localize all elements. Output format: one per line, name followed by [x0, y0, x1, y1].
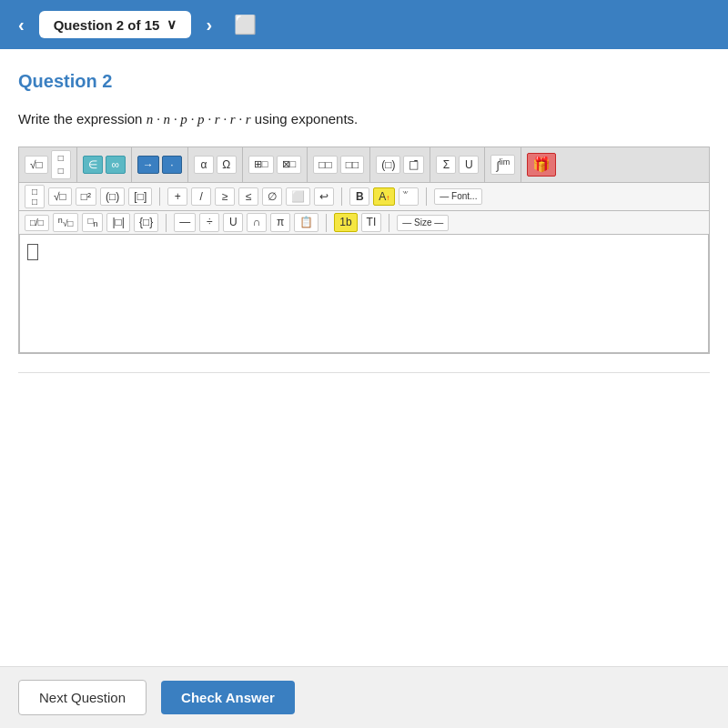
header: ‹ Question 2 of 15 ∨ › ⬜ [0, 0, 728, 49]
tb3-cap[interactable]: ∩ [247, 213, 267, 232]
toolbar-special-btn[interactable]: 🎁 [527, 153, 556, 177]
tb2-sq[interactable]: □² [76, 187, 96, 207]
tb2-style[interactable]: ᷱ [399, 187, 419, 207]
question-label: Question 2 of 15 [54, 17, 160, 33]
tb3-pi[interactable]: π [270, 213, 290, 232]
toolbar-row3: □/□ n√□ □n |□| {□} — ÷ U ∩ π 📋 1b TI — S… [19, 211, 709, 235]
toolbar-group-arrow: → · [132, 147, 188, 182]
question-title: Question 2 [18, 71, 710, 92]
toolbar-frac-btn[interactable]: □□ [51, 150, 71, 179]
tb3-abs[interactable]: |□| [106, 213, 129, 232]
main-content: Question 2 Write the expression n · n · … [0, 49, 728, 666]
answer-input-area[interactable] [19, 235, 709, 353]
divider1 [159, 187, 160, 206]
tb2-lte[interactable]: ≤ [238, 187, 258, 207]
divider2 [341, 187, 342, 206]
tb2-empty[interactable]: ∅ [262, 187, 282, 207]
toolbar-group-paren: (□) □̄ [370, 147, 430, 182]
tb2-slash[interactable]: / [191, 187, 211, 207]
toolbar-paren-btn[interactable]: (□) [376, 156, 400, 175]
bottom-spacer [18, 354, 710, 372]
tb3-1b[interactable]: 1b [334, 213, 357, 232]
toolbar-bracket2-btn[interactable]: □□ [340, 156, 365, 175]
tb2-paren[interactable]: (□) [100, 187, 125, 207]
toolbar-group-alpha: α Ω [188, 147, 243, 182]
question-selector-button[interactable]: Question 2 of 15 ∨ [39, 11, 192, 38]
toolbar-omega-btn[interactable]: Ω [217, 156, 237, 175]
math-toolbar: √□ □□ ∈ ∞ → · α Ω ⊞□ ⊠□ □□ □□ [18, 147, 710, 354]
tb2-bold[interactable]: B [349, 187, 369, 207]
tb3-minus[interactable]: — [174, 213, 196, 232]
tb3-nthroot[interactable]: n√□ [53, 213, 79, 232]
toolbar-group-matrix: ⊞□ ⊠□ [243, 147, 308, 182]
toolbar-overline-btn[interactable]: □̄ [403, 156, 424, 175]
bookmark-button[interactable]: ⬜ [227, 10, 264, 39]
tb2-sqrt[interactable]: √□ [48, 187, 72, 207]
toolbar-row2: □□ √□ □² (□) [□] + / ≥ ≤ ∅ ⬜ ↩ B A↑ ᷱ — … [19, 183, 709, 211]
next-question-button[interactable]: › [198, 11, 219, 39]
toolbar-group-epsilon: ∈ ∞ [77, 147, 132, 182]
answer-cursor [27, 244, 38, 260]
divider6 [389, 214, 389, 232]
divider4 [166, 214, 167, 232]
toolbar-group-bracket: □□ □□ [308, 147, 370, 182]
toolbar-group-special: 🎁 [521, 147, 561, 182]
next-question-button[interactable]: Next Question [18, 680, 147, 715]
tb2-undo[interactable]: ↩ [314, 187, 334, 207]
question-math-expression: n · n · p · p · r · r · r [147, 112, 251, 126]
toolbar-alpha-btn[interactable]: α [194, 156, 214, 175]
toolbar-bracket1-btn[interactable]: □□ [313, 156, 338, 175]
tb3-cup[interactable]: U [223, 213, 243, 232]
tb2-bracket[interactable]: [□] [128, 187, 152, 207]
check-answer-button[interactable]: Check Answer [161, 681, 295, 714]
tb3-divide[interactable]: ÷ [199, 213, 219, 232]
toolbar-top-row: √□ □□ ∈ ∞ → · α Ω ⊞□ ⊠□ □□ □□ [19, 147, 709, 183]
bottom-divider [18, 372, 710, 379]
toolbar-sigma-btn[interactable]: Σ [436, 156, 456, 175]
tb2-gte[interactable]: ≥ [215, 187, 235, 207]
toolbar-infinity-btn[interactable]: ∞ [106, 156, 126, 175]
toolbar-arrow-btn[interactable]: → [137, 156, 159, 175]
toolbar-sqrt-btn[interactable]: √□ [25, 156, 48, 175]
tb3-size[interactable]: — Size — [397, 215, 449, 231]
toolbar-group-sqrt: √□ □□ [19, 147, 77, 182]
tb3-frac2[interactable]: □/□ [25, 215, 49, 231]
toolbar-matrix2-btn[interactable]: ⊠□ [277, 156, 302, 173]
divider5 [326, 214, 327, 232]
toolbar-epsilon-btn[interactable]: ∈ [83, 156, 103, 175]
tb3-ti[interactable]: TI [361, 213, 382, 232]
toolbar-group-integral: ∫lim [485, 147, 521, 182]
footer: Next Question Check Answer [0, 666, 728, 728]
toolbar-dot-btn[interactable]: · [162, 156, 182, 175]
question-text: Write the expression n · n · p · p · r ·… [18, 108, 710, 130]
question-prefix: Write the expression [18, 111, 147, 126]
tb2-copy[interactable]: ⬜ [286, 187, 310, 207]
tb2-font-color[interactable]: A↑ [373, 187, 395, 207]
tb2-font[interactable]: — Font... [434, 188, 482, 205]
divider3 [426, 187, 427, 206]
prev-question-button[interactable]: ‹ [11, 11, 32, 39]
tb2-frac[interactable]: □□ [25, 185, 45, 208]
chevron-down-icon: ∨ [167, 16, 177, 33]
toolbar-matrix1-btn[interactable]: ⊞□ [248, 156, 274, 173]
toolbar-union-btn[interactable]: U [459, 156, 479, 175]
tb2-plus[interactable]: + [167, 187, 187, 207]
tb3-paste[interactable]: 📋 [294, 213, 318, 232]
question-suffix: using exponents. [251, 111, 359, 126]
tb3-curly[interactable]: {□} [134, 213, 158, 232]
tb3-subscript[interactable]: □n [82, 213, 103, 232]
bookmark-icon: ⬜ [234, 15, 257, 35]
toolbar-integral-btn[interactable]: ∫lim [490, 155, 515, 176]
toolbar-group-sigma: Σ U [430, 147, 485, 182]
